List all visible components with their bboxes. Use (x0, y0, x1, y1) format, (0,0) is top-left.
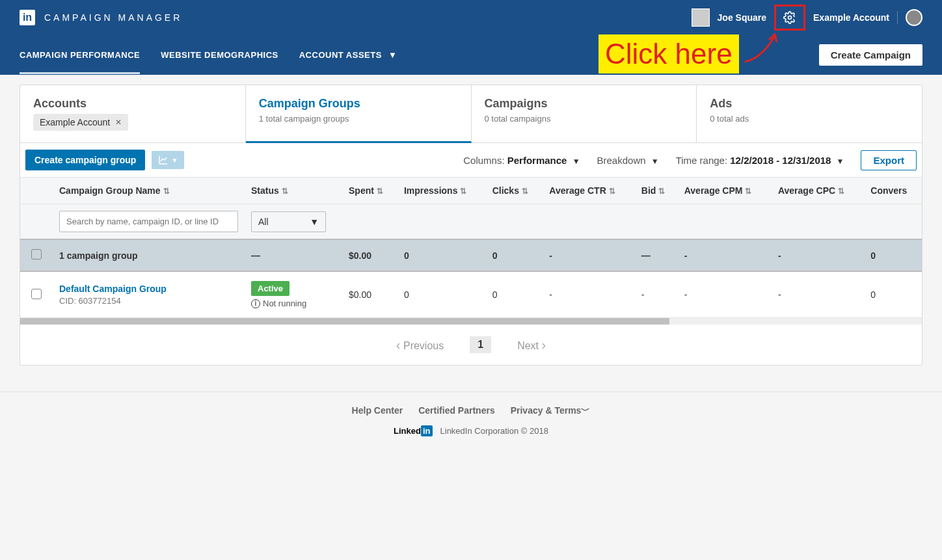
info-icon: i (251, 299, 260, 308)
columns-value: Performance (507, 155, 567, 166)
chevron-right-icon: › (541, 338, 546, 352)
filter-row: All▼ (20, 204, 922, 240)
sort-icon: ⇅ (745, 187, 751, 196)
col-impressions[interactable]: Impressions⇅ (397, 178, 486, 204)
header-right: Joe Square Example Account (692, 5, 922, 31)
prev-page[interactable]: ‹ Previous (396, 338, 444, 353)
account-chip[interactable]: Example Account ✕ (33, 114, 128, 131)
chevron-down-icon: ﹀ (581, 405, 590, 416)
footer-links: Help Center Certified Partners Privacy &… (0, 405, 942, 417)
tab-ads[interactable]: Ads 0 total ads (697, 85, 922, 142)
time-range-selector[interactable]: Time range: 12/2/2018 - 12/31/2018 ▼ (676, 155, 844, 166)
page-number[interactable]: 1 (470, 336, 491, 353)
col-bid[interactable]: Bid⇅ (635, 178, 678, 204)
pagination: ‹ Previous 1 Next › (20, 325, 922, 365)
col-ctr[interactable]: Average CTR⇅ (543, 178, 634, 204)
checkbox[interactable] (31, 289, 42, 299)
sub-navigation: CAMPAIGN PERFORMANCE WEBSITE DEMOGRAPHIC… (0, 34, 942, 75)
tab-account-assets-label: ACCOUNT ASSETS (299, 50, 382, 60)
annotation-click-here: Click here (599, 34, 739, 73)
profile-avatar[interactable] (906, 9, 922, 26)
table-header-row: Campaign Group Name⇅ Status⇅ Spent⇅ Impr… (20, 178, 922, 204)
chart-toggle-button[interactable]: ▼ (152, 151, 184, 169)
columns-selector[interactable]: Columns: Performance ▼ (463, 155, 580, 166)
main-content: Accounts Example Account ✕ Campaign Grou… (0, 75, 942, 375)
create-campaign-group-button[interactable]: Create campaign group (25, 150, 145, 170)
table-row: Default Campaign Group CID: 603772154 Ac… (20, 271, 922, 318)
caret-down-icon: ▼ (651, 157, 659, 166)
annotation-arrow (742, 29, 787, 68)
tab-groups-title: Campaign Groups (259, 97, 458, 111)
sort-icon: ⇅ (163, 187, 170, 196)
tab-campaigns-sub: 0 total campaigns (485, 114, 684, 124)
tab-campaign-groups[interactable]: Campaign Groups 1 total campaign groups (246, 85, 472, 143)
horizontal-scrollbar[interactable] (20, 318, 922, 325)
tab-campaign-performance[interactable]: CAMPAIGN PERFORMANCE (20, 36, 140, 74)
footer-help[interactable]: Help Center (352, 405, 403, 417)
linkedin-wordmark: Linkedin (394, 426, 432, 436)
footer-copyright: LinkedIn Corporation © 2018 (440, 426, 548, 436)
summary-ctr: - (543, 239, 634, 271)
breadcrumb-tabs: Accounts Example Account ✕ Campaign Grou… (20, 85, 922, 143)
col-spent[interactable]: Spent⇅ (342, 178, 397, 204)
create-campaign-button[interactable]: Create Campaign (819, 44, 922, 66)
footer-privacy[interactable]: Privacy & Terms﹀ (511, 405, 591, 417)
chip-label: Example Account (40, 117, 110, 127)
footer-partners[interactable]: Certified Partners (418, 405, 494, 417)
status-note: i Not running (251, 299, 336, 308)
toolbar-right: Columns: Performance ▼ Breakdown ▼ Time … (463, 150, 917, 170)
divider (897, 11, 898, 24)
status-note-text: Not running (263, 299, 306, 308)
status-dash: — (251, 250, 260, 261)
global-header: in CAMPAIGN MANAGER Joe Square Example A… (0, 0, 942, 34)
col-name[interactable]: Campaign Group Name⇅ (53, 178, 245, 204)
summary-row: 1 campaign group — $0.00 0 0 - — - - 0 (20, 239, 922, 271)
gear-icon (783, 11, 796, 24)
col-cpm[interactable]: Average CPM⇅ (678, 178, 772, 204)
chart-icon (158, 155, 168, 165)
cell-conv: 0 (864, 271, 922, 318)
svg-point-0 (788, 16, 792, 19)
checkbox[interactable] (31, 249, 42, 260)
tab-account-assets[interactable]: ACCOUNT ASSETS ▼ (299, 36, 397, 74)
col-cpc[interactable]: Average CPC⇅ (772, 178, 864, 204)
app-title: CAMPAIGN MANAGER (44, 12, 182, 23)
status-filter[interactable]: All▼ (251, 211, 326, 232)
campaign-group-cid: CID: 603772154 (59, 296, 238, 306)
linkedin-logo[interactable]: in (20, 10, 35, 25)
cell-ctr: - (543, 271, 634, 318)
user-avatar[interactable] (692, 8, 710, 27)
next-page[interactable]: Next › (517, 338, 546, 353)
col-clicks[interactable]: Clicks⇅ (486, 178, 543, 204)
footer-brand: Linkedin LinkedIn Corporation © 2018 (0, 426, 942, 436)
time-value: 12/2/2018 - 12/31/2018 (730, 155, 831, 166)
cell-impressions: 0 (397, 271, 486, 318)
caret-down-icon: ▼ (837, 157, 844, 166)
export-button[interactable]: Export (861, 150, 917, 170)
caret-down-icon: ▼ (572, 157, 580, 166)
breakdown-selector[interactable]: Breakdown ▼ (597, 155, 659, 166)
account-name[interactable]: Example Account (813, 12, 889, 23)
settings-gear-highlighted[interactable] (774, 5, 805, 31)
search-input[interactable] (59, 211, 238, 232)
sort-icon: ⇅ (658, 187, 665, 196)
col-conversions[interactable]: Convers (864, 178, 922, 204)
toolbar: Create campaign group ▼ Columns: Perform… (20, 143, 922, 177)
tab-ads-title: Ads (710, 97, 909, 111)
summary-clicks: 0 (486, 239, 543, 271)
tab-website-demographics[interactable]: WEBSITE DEMOGRAPHICS (161, 36, 278, 74)
summary-bid: — (635, 239, 678, 271)
table-wrap: Campaign Group Name⇅ Status⇅ Spent⇅ Impr… (20, 177, 922, 325)
tab-accounts[interactable]: Accounts Example Account ✕ (20, 85, 246, 142)
user-name[interactable]: Joe Square (718, 12, 766, 23)
close-icon[interactable]: ✕ (115, 118, 122, 127)
sort-icon: ⇅ (609, 187, 615, 196)
col-status[interactable]: Status⇅ (245, 178, 342, 204)
tab-accounts-title: Accounts (33, 97, 232, 111)
tab-campaigns[interactable]: Campaigns 0 total campaigns (472, 85, 697, 142)
sort-icon: ⇅ (838, 187, 844, 196)
campaign-group-link[interactable]: Default Campaign Group (59, 284, 238, 294)
cell-bid: - (635, 271, 678, 318)
status-badge: Active (251, 281, 289, 296)
cell-status: Active i Not running (245, 271, 342, 318)
